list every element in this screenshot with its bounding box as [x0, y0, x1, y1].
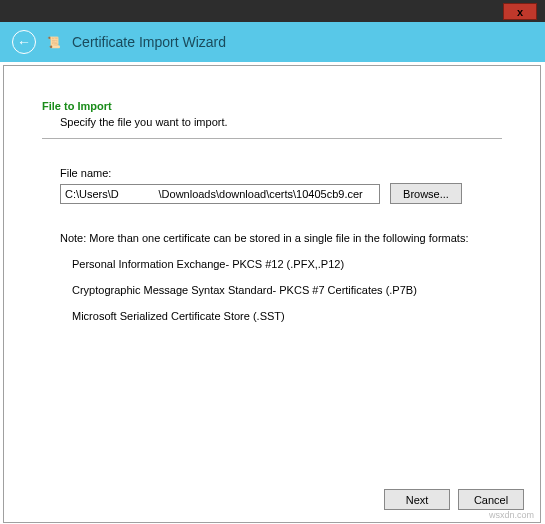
- section-subtext: Specify the file you want to import.: [60, 116, 502, 128]
- next-button[interactable]: Next: [384, 489, 450, 510]
- format-pfx: Personal Information Exchange- PKCS #12 …: [72, 258, 502, 270]
- note-text: Note: More than one certificate can be s…: [60, 232, 502, 244]
- arrow-left-icon: ←: [17, 35, 31, 49]
- scroll-icon: 📜: [47, 36, 61, 49]
- back-button[interactable]: ←: [12, 30, 36, 54]
- button-bar: Next Cancel: [384, 489, 524, 510]
- cancel-button[interactable]: Cancel: [458, 489, 524, 510]
- browse-button[interactable]: Browse...: [390, 183, 462, 204]
- watermark: wsxdn.com: [489, 510, 534, 520]
- outer-titlebar: x: [0, 0, 545, 22]
- section-heading: File to Import: [42, 100, 502, 112]
- format-p7b: Cryptographic Message Syntax Standard- P…: [72, 284, 502, 296]
- certificate-icon: 📜: [46, 34, 62, 50]
- close-icon: x: [517, 6, 523, 18]
- file-name-label: File name:: [60, 167, 502, 179]
- close-button[interactable]: x: [503, 3, 537, 20]
- wizard-page: File to Import Specify the file you want…: [3, 65, 541, 523]
- divider: [42, 138, 502, 139]
- file-name-input[interactable]: [60, 184, 380, 204]
- format-sst: Microsoft Serialized Certificate Store (…: [72, 310, 502, 322]
- wizard-header: ← 📜 Certificate Import Wizard: [0, 22, 545, 62]
- file-row: Browse...: [60, 183, 502, 204]
- page-title: Certificate Import Wizard: [72, 34, 226, 50]
